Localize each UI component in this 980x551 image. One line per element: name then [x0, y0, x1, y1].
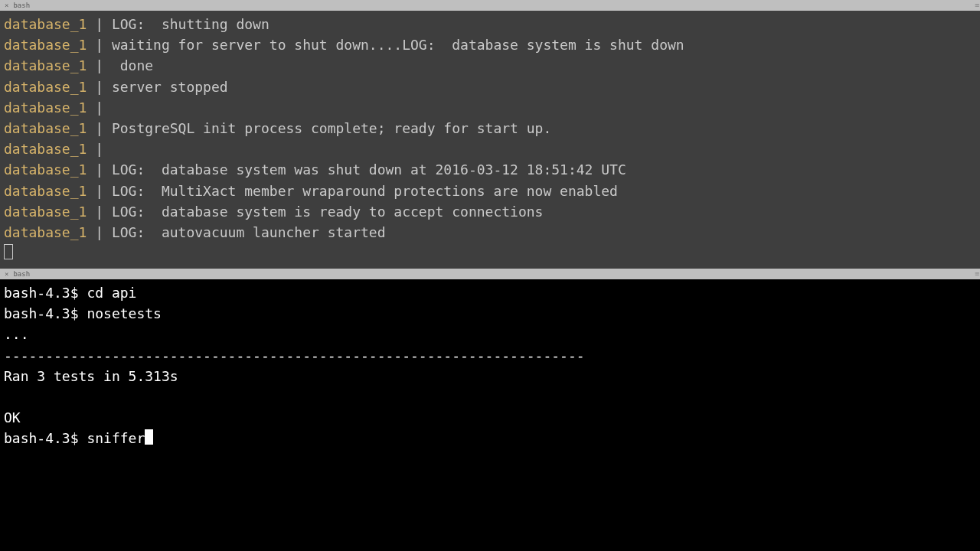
log-line: database_1 | LOG: autovacuum launcher st…	[4, 222, 976, 243]
terminal-output-bottom[interactable]: bash-4.3$ cd apibash-4.3$ nosetests...--…	[0, 279, 980, 449]
log-message: waiting for server to shut down....LOG: …	[112, 37, 684, 53]
terminal-pane-top[interactable]: × bash ≡ database_1 | LOG: shutting down…	[0, 0, 980, 269]
log-prefix: database_1	[4, 224, 87, 240]
log-prefix: database_1	[4, 120, 87, 136]
cursor-icon	[145, 429, 153, 445]
log-separator: |	[87, 16, 112, 32]
log-message: LOG: database system was shut down at 20…	[112, 161, 626, 178]
output-text: ----------------------------------------…	[4, 347, 585, 364]
output-line: ...	[4, 324, 976, 344]
log-message: done	[112, 57, 153, 73]
log-prefix: database_1	[4, 57, 87, 73]
terminal-output-top[interactable]: database_1 | LOG: shutting downdatabase_…	[0, 11, 980, 263]
log-separator: |	[87, 161, 112, 178]
log-line: database_1 |	[4, 97, 976, 118]
log-separator: |	[87, 120, 112, 136]
shell-prompt: bash-4.3$	[4, 305, 87, 321]
grip-icon[interactable]: ≡	[975, 269, 978, 279]
terminal-pane-bottom[interactable]: × bash ≡ bash-4.3$ cd apibash-4.3$ noset…	[0, 269, 980, 551]
log-separator: |	[87, 99, 112, 116]
command-text: nosetests	[87, 305, 162, 321]
log-line: database_1 | waiting for server to shut …	[4, 34, 976, 55]
log-message: server stopped	[112, 79, 228, 95]
log-prefix: database_1	[4, 16, 87, 32]
log-line: database_1 | LOG: MultiXact member wrapa…	[4, 181, 976, 201]
titlebar-bottom[interactable]: × bash ≡	[0, 269, 980, 279]
log-message: LOG: shutting down	[112, 16, 270, 32]
log-prefix: database_1	[4, 99, 87, 116]
cursor-icon	[4, 244, 13, 259]
cursor-row	[4, 243, 976, 263]
output-line: ----------------------------------------…	[4, 345, 976, 366]
log-separator: |	[87, 37, 112, 53]
log-prefix: database_1	[4, 183, 87, 199]
shell-prompt: bash-4.3$	[4, 285, 87, 301]
command-line: bash-4.3$ cd api	[4, 282, 976, 303]
log-message: LOG: database system is ready to accept …	[112, 204, 544, 220]
output-line	[4, 386, 976, 407]
log-separator: |	[87, 204, 112, 220]
log-prefix: database_1	[4, 141, 87, 157]
shell-prompt: bash-4.3$	[4, 430, 87, 446]
log-message: LOG: MultiXact member wraparound protect…	[112, 183, 618, 199]
tab-label-top[interactable]: bash	[13, 0, 30, 11]
close-icon[interactable]: ×	[5, 271, 8, 278]
log-separator: |	[87, 183, 112, 199]
log-prefix: database_1	[4, 79, 87, 95]
output-line: Ran 3 tests in 5.313s	[4, 366, 976, 386]
log-line: database_1 | PostgreSQL init process com…	[4, 118, 976, 139]
grip-icon[interactable]: ≡	[975, 0, 978, 11]
output-text: OK	[4, 409, 21, 425]
log-message: LOG: autovacuum launcher started	[112, 224, 386, 240]
log-separator: |	[87, 141, 112, 157]
command-text: cd api	[87, 285, 136, 301]
output-text: Ran 3 tests in 5.313s	[4, 368, 178, 384]
titlebar-top[interactable]: × bash ≡	[0, 0, 980, 11]
log-message: PostgreSQL init process complete; ready …	[112, 120, 551, 136]
log-line: database_1 | LOG: database system was sh…	[4, 159, 976, 180]
log-line: database_1 |	[4, 139, 976, 159]
log-line: database_1 | server stopped	[4, 77, 976, 97]
log-prefix: database_1	[4, 37, 87, 53]
command-line: bash-4.3$ sniffer	[4, 428, 976, 448]
log-prefix: database_1	[4, 161, 87, 178]
log-line: database_1 | LOG: shutting down	[4, 14, 976, 34]
log-line: database_1 | done	[4, 55, 976, 76]
log-separator: |	[87, 57, 112, 73]
output-line: OK	[4, 407, 976, 428]
command-text: sniffer	[87, 430, 145, 446]
log-separator: |	[87, 79, 112, 95]
close-icon[interactable]: ×	[5, 2, 8, 9]
output-text: ...	[4, 326, 29, 342]
log-line: database_1 | LOG: database system is rea…	[4, 201, 976, 222]
log-prefix: database_1	[4, 204, 87, 220]
tab-label-bottom[interactable]: bash	[13, 269, 30, 279]
log-separator: |	[87, 224, 112, 240]
command-line: bash-4.3$ nosetests	[4, 303, 976, 324]
